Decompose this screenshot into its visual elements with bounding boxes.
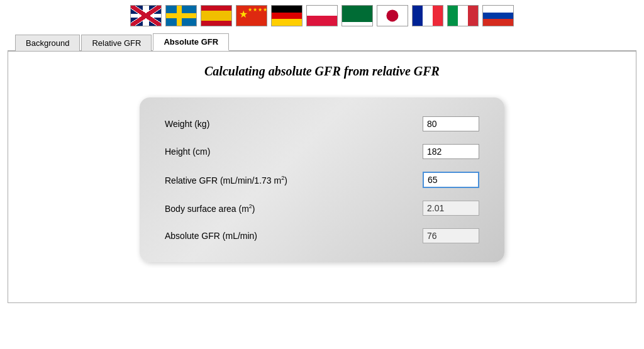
bsa-label: Body surface area (m2)	[165, 203, 423, 214]
flag-fr[interactable]	[412, 5, 443, 26]
flag-de[interactable]	[271, 5, 303, 26]
flag-jp[interactable]	[377, 5, 408, 26]
height-row: Height (cm)	[165, 144, 479, 159]
weight-label: Weight (kg)	[165, 119, 423, 129]
tab-relative-gfr[interactable]: Relative GFR	[81, 35, 152, 51]
height-input[interactable]	[423, 144, 479, 159]
relative-gfr-row: Relative GFR (mL/min/1.73 m2)	[165, 172, 479, 188]
flag-it[interactable]	[447, 5, 479, 26]
flag-ru[interactable]	[482, 5, 514, 26]
relative-gfr-input[interactable]	[423, 172, 479, 188]
absolute-gfr-input	[423, 228, 479, 243]
absolute-gfr-label: Absolute GFR (mL/min)	[165, 231, 423, 241]
bsa-row: Body surface area (m2)	[165, 201, 479, 216]
absolute-gfr-row: Absolute GFR (mL/min)	[165, 228, 479, 243]
tabs-container: Background Relative GFR Absolute GFR	[8, 33, 636, 52]
panel-title: Calculating absolute GFR from relative G…	[21, 64, 623, 79]
tab-background[interactable]: Background	[15, 35, 80, 51]
flag-cn[interactable]	[236, 5, 267, 26]
flag-se[interactable]	[165, 5, 197, 26]
height-label: Height (cm)	[165, 147, 423, 157]
tab-absolute-gfr[interactable]: Absolute GFR	[153, 33, 229, 51]
main-panel: Calculating absolute GFR from relative G…	[8, 52, 636, 303]
flag-pl[interactable]	[306, 5, 338, 26]
weight-row: Weight (kg)	[165, 116, 479, 131]
flag-arab[interactable]	[341, 5, 373, 26]
relative-gfr-label: Relative GFR (mL/min/1.73 m2)	[165, 175, 423, 186]
weight-input[interactable]	[423, 116, 479, 131]
bsa-input	[423, 201, 479, 216]
flag-es[interactable]	[201, 5, 232, 26]
calculator-card: Weight (kg) Height (cm) Relative GFR (mL…	[140, 97, 504, 262]
flag-uk[interactable]	[130, 5, 162, 26]
flags-row	[0, 0, 644, 33]
